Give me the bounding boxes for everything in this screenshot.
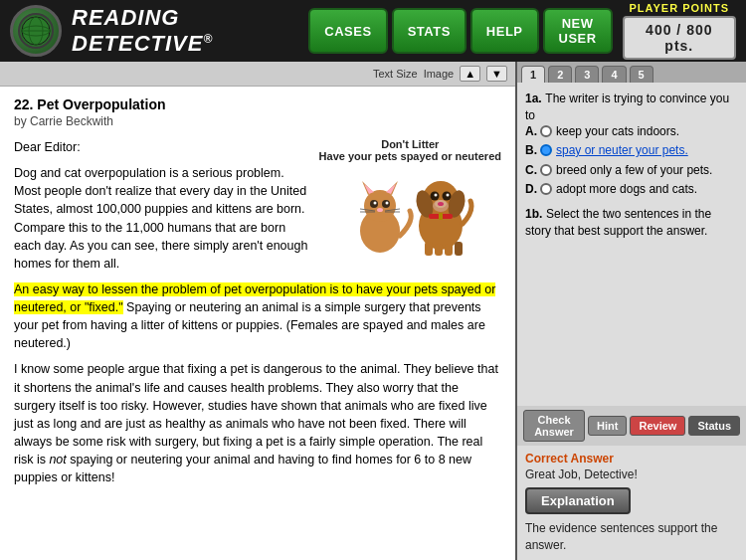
tab-3[interactable]: 3 (575, 66, 599, 83)
review-button[interactable]: Review (630, 416, 685, 436)
para-3: I know some people argue that fixing a p… (14, 360, 501, 486)
app-logo (10, 5, 62, 57)
svg-point-13 (386, 202, 389, 205)
question-1b-label: 1b. (525, 207, 542, 221)
points-display: 400 / 800 pts. (623, 16, 736, 60)
para-2: An easy way to lessen the problem of pet… (14, 280, 501, 353)
question-1a: 1a. The writer is trying to convince you… (525, 91, 738, 198)
title-text: READING DETECTIVE (72, 5, 203, 56)
hint-button[interactable]: Hint (588, 416, 627, 436)
svg-point-26 (447, 194, 450, 197)
option-b-radio[interactable] (540, 144, 552, 156)
reading-panel: Text Size Image ▲ ▼ 22. Pet Overpopulati… (0, 62, 517, 560)
tab-5[interactable]: 5 (630, 66, 653, 83)
text-size-label: Text Size (373, 68, 418, 80)
svg-point-5 (364, 190, 396, 222)
help-button[interactable]: HELP (470, 8, 539, 54)
text-size-up-button[interactable]: ▲ (460, 66, 480, 82)
question-1a-label: 1a. (525, 92, 542, 105)
svg-point-29 (438, 202, 444, 206)
option-c-radio[interactable] (540, 164, 552, 176)
cases-button[interactable]: CASES (308, 8, 387, 54)
option-a-radio[interactable] (540, 125, 552, 137)
status-button[interactable]: Status (688, 416, 740, 436)
explanation-button[interactable]: Explanation (525, 487, 631, 514)
new-user-button[interactable]: NEW USER (543, 8, 613, 54)
option-a-letter: A. (525, 124, 537, 140)
image-caption: Don't Litter Have your pets spayed or ne… (319, 138, 501, 162)
action-buttons: Check Answer Hint Review Status (517, 406, 746, 446)
app-title: READING DETECTIVE® (72, 5, 213, 56)
reading-content[interactable]: 22. Pet Overpopulation by Carrie Beckwit… (0, 87, 515, 555)
check-answer-button[interactable]: Check Answer (523, 410, 585, 442)
question-1a-text: The writer is trying to convince you to (525, 92, 729, 122)
text-size-down-button[interactable]: ▼ (486, 66, 507, 82)
svg-point-14 (377, 208, 383, 212)
option-d-letter: D. (525, 182, 537, 198)
svg-rect-31 (439, 213, 443, 220)
option-b-text: spay or neuter your pets. (556, 143, 688, 159)
logo-globe (18, 13, 54, 49)
correct-answer-label: Correct Answer (525, 452, 738, 466)
question-content: 1a. The writer is trying to convince you… (517, 83, 746, 406)
article-title: 22. Pet Overpopulation (14, 96, 501, 112)
svg-rect-32 (425, 242, 433, 256)
tab-1[interactable]: 1 (521, 66, 545, 83)
correct-answer-section: Correct Answer Great Job, Detective! Exp… (517, 446, 746, 560)
article-author: by Carrie Beckwith (14, 114, 501, 128)
option-d-radio[interactable] (540, 183, 552, 195)
right-panel: 1 2 3 4 5 1a. The writer is trying to co… (517, 62, 746, 560)
svg-rect-34 (445, 244, 453, 256)
option-b[interactable]: B. spay or neuter your pets. (525, 143, 738, 159)
nav-buttons: CASES STATS HELP NEW USER (308, 8, 612, 54)
option-a-text: keep your cats indoors. (556, 124, 679, 140)
image-label: Image (424, 68, 455, 80)
correct-answer-text: Great Job, Detective! (525, 467, 738, 481)
svg-rect-35 (455, 242, 463, 256)
reading-toolbar: Text Size Image ▲ ▼ (0, 62, 515, 87)
question-tabs: 1 2 3 4 5 (517, 62, 746, 83)
option-d[interactable]: D. adopt more dogs and cats. (525, 182, 738, 198)
pets-illustration (345, 166, 474, 256)
option-d-text: adopt more dogs and cats. (556, 182, 697, 198)
stats-button[interactable]: STATS (392, 8, 466, 54)
main-area: Text Size Image ▲ ▼ 22. Pet Overpopulati… (0, 62, 746, 560)
option-b-letter: B. (525, 143, 537, 159)
question-1b: 1b. Select the two sentences in the stor… (525, 206, 738, 240)
app-title-area: READING DETECTIVE® (72, 5, 298, 57)
tab-2[interactable]: 2 (548, 66, 572, 83)
app-header: READING DETECTIVE® CASES STATS HELP NEW … (0, 0, 746, 62)
question-1b-text: Select the two sentences in the story th… (525, 207, 711, 238)
option-a[interactable]: A. keep your cats indoors. (525, 124, 738, 140)
player-points-area: PLAYER POINTS 400 / 800 pts. (623, 2, 736, 60)
svg-point-25 (435, 194, 438, 197)
tab-4[interactable]: 4 (602, 66, 626, 83)
svg-point-12 (374, 202, 377, 205)
option-c-letter: C. (525, 163, 537, 179)
option-c[interactable]: C. breed only a few of your pets. (525, 163, 738, 179)
option-c-text: breed only a few of your pets. (556, 163, 712, 179)
trademark: ® (203, 32, 213, 46)
player-points-label: PLAYER POINTS (623, 2, 736, 14)
explanation-text: The evidence sentences support the answe… (525, 520, 738, 554)
svg-rect-33 (435, 244, 443, 256)
highlighted-sentence-1: An easy way to lessen the problem of pet… (14, 282, 495, 314)
article-image-area: Don't Litter Have your pets spayed or ne… (319, 138, 501, 259)
